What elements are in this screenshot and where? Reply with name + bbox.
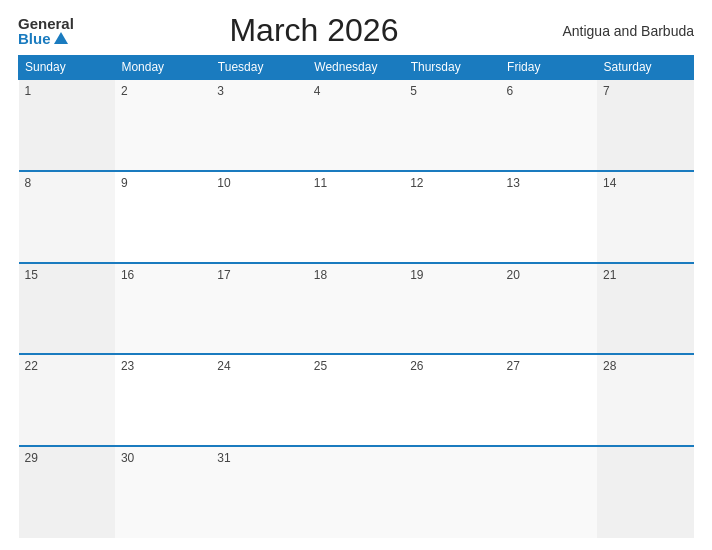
day-number: 24 (217, 359, 230, 373)
calendar-day-cell: 1 (19, 79, 115, 171)
calendar-day-cell: 17 (211, 263, 307, 355)
day-number: 21 (603, 268, 616, 282)
calendar-day-cell: 2 (115, 79, 211, 171)
day-number: 10 (217, 176, 230, 190)
header-sunday: Sunday (19, 56, 115, 80)
day-number: 15 (25, 268, 38, 282)
calendar-day-cell: 10 (211, 171, 307, 263)
country-label: Antigua and Barbuda (554, 23, 694, 39)
day-number: 16 (121, 268, 134, 282)
calendar-day-cell: 25 (308, 354, 404, 446)
logo-blue-text: Blue (18, 31, 51, 46)
calendar-day-cell: 19 (404, 263, 500, 355)
day-number: 25 (314, 359, 327, 373)
day-number: 14 (603, 176, 616, 190)
day-number: 17 (217, 268, 230, 282)
calendar-day-cell (597, 446, 693, 538)
calendar-day-cell: 7 (597, 79, 693, 171)
day-number: 31 (217, 451, 230, 465)
calendar-day-cell: 21 (597, 263, 693, 355)
day-number: 29 (25, 451, 38, 465)
logo-triangle-icon (54, 32, 68, 44)
calendar-day-cell: 18 (308, 263, 404, 355)
calendar-day-cell: 24 (211, 354, 307, 446)
calendar-day-cell: 12 (404, 171, 500, 263)
calendar-day-cell: 3 (211, 79, 307, 171)
calendar-day-cell: 26 (404, 354, 500, 446)
day-number: 26 (410, 359, 423, 373)
day-number: 1 (25, 84, 32, 98)
calendar-day-cell: 15 (19, 263, 115, 355)
days-of-week-row: SundayMondayTuesdayWednesdayThursdayFrid… (19, 56, 694, 80)
logo-blue-row: Blue (18, 31, 68, 46)
calendar-day-cell: 27 (501, 354, 597, 446)
header-wednesday: Wednesday (308, 56, 404, 80)
day-number: 23 (121, 359, 134, 373)
day-number: 20 (507, 268, 520, 282)
day-number: 27 (507, 359, 520, 373)
calendar-day-cell (308, 446, 404, 538)
day-number: 13 (507, 176, 520, 190)
page-title: March 2026 (74, 12, 554, 49)
calendar-header-row: SundayMondayTuesdayWednesdayThursdayFrid… (19, 56, 694, 80)
header-monday: Monday (115, 56, 211, 80)
day-number: 5 (410, 84, 417, 98)
day-number: 3 (217, 84, 224, 98)
calendar-day-cell: 8 (19, 171, 115, 263)
calendar-day-cell: 6 (501, 79, 597, 171)
day-number: 2 (121, 84, 128, 98)
calendar-week-row: 22232425262728 (19, 354, 694, 446)
calendar-day-cell: 16 (115, 263, 211, 355)
calendar-day-cell: 30 (115, 446, 211, 538)
calendar-week-row: 1234567 (19, 79, 694, 171)
day-number: 4 (314, 84, 321, 98)
day-number: 12 (410, 176, 423, 190)
calendar-week-row: 293031 (19, 446, 694, 538)
calendar-day-cell: 5 (404, 79, 500, 171)
calendar-day-cell: 31 (211, 446, 307, 538)
header-saturday: Saturday (597, 56, 693, 80)
calendar-day-cell: 14 (597, 171, 693, 263)
day-number: 30 (121, 451, 134, 465)
calendar-week-row: 15161718192021 (19, 263, 694, 355)
calendar-week-row: 891011121314 (19, 171, 694, 263)
day-number: 8 (25, 176, 32, 190)
header-tuesday: Tuesday (211, 56, 307, 80)
calendar-day-cell: 20 (501, 263, 597, 355)
calendar-day-cell: 22 (19, 354, 115, 446)
calendar-day-cell (501, 446, 597, 538)
calendar-day-cell (404, 446, 500, 538)
day-number: 19 (410, 268, 423, 282)
calendar-day-cell: 29 (19, 446, 115, 538)
day-number: 7 (603, 84, 610, 98)
logo-general-text: General (18, 16, 74, 31)
calendar-day-cell: 9 (115, 171, 211, 263)
day-number: 6 (507, 84, 514, 98)
calendar-table: SundayMondayTuesdayWednesdayThursdayFrid… (18, 55, 694, 538)
calendar-day-cell: 28 (597, 354, 693, 446)
calendar-day-cell: 13 (501, 171, 597, 263)
header-friday: Friday (501, 56, 597, 80)
calendar-body: 1234567891011121314151617181920212223242… (19, 79, 694, 538)
calendar-header: General Blue March 2026 Antigua and Barb… (18, 12, 694, 49)
calendar-day-cell: 11 (308, 171, 404, 263)
calendar-day-cell: 4 (308, 79, 404, 171)
logo: General Blue (18, 16, 74, 46)
day-number: 22 (25, 359, 38, 373)
header-thursday: Thursday (404, 56, 500, 80)
day-number: 9 (121, 176, 128, 190)
day-number: 11 (314, 176, 327, 190)
day-number: 18 (314, 268, 327, 282)
day-number: 28 (603, 359, 616, 373)
calendar-day-cell: 23 (115, 354, 211, 446)
